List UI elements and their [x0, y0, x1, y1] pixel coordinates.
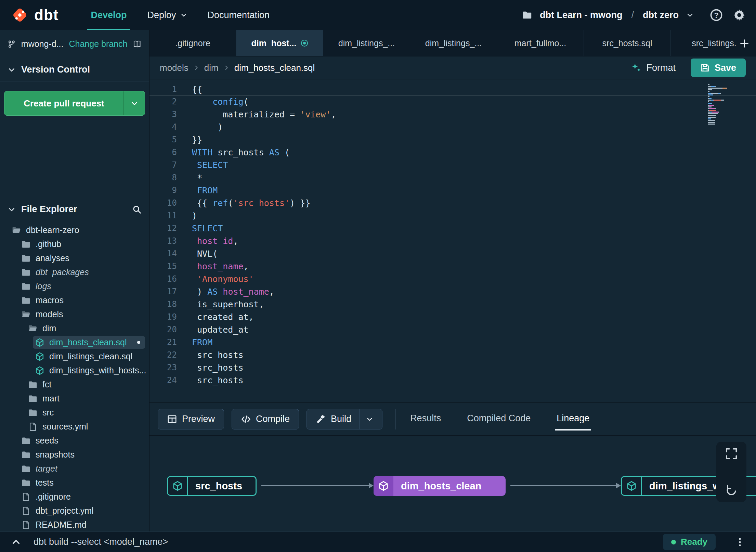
code-line-9[interactable]: 9 FROM — [149, 184, 756, 197]
kebab-menu-icon[interactable] — [735, 537, 745, 547]
tree-item-dbt-packages[interactable]: dbt_packages — [3, 265, 146, 279]
project-caret-icon[interactable] — [686, 11, 694, 19]
project-name[interactable]: dbt zero — [643, 10, 679, 21]
pr-options-caret[interactable] — [123, 91, 145, 115]
build-options-caret[interactable] — [360, 409, 373, 429]
code-line-24[interactable]: 24 src_hosts — [149, 374, 756, 387]
code-line-23[interactable]: 23 src_hosts — [149, 361, 756, 374]
account-name[interactable]: dbt Learn - mwong — [540, 10, 622, 21]
code-line-21[interactable]: 21FROM — [149, 336, 756, 349]
minimap[interactable] — [708, 84, 731, 125]
new-tab-button[interactable] — [736, 30, 753, 56]
editor-tab-mart-fullmo[interactable]: mart_fullmo... — [497, 30, 584, 56]
tree-item-src[interactable]: src — [3, 406, 146, 420]
editor-tab-dim-host[interactable]: dim_host... — [236, 30, 323, 56]
code-line-14[interactable]: 14 NVL( — [149, 247, 756, 260]
code-line-5[interactable]: 5}} — [149, 133, 756, 146]
help-icon[interactable]: ? — [709, 8, 723, 22]
tree-item-macros[interactable]: macros — [3, 293, 146, 307]
code-line-15[interactable]: 15 host_name, — [149, 260, 756, 273]
tree-item-dim[interactable]: dim — [3, 321, 146, 335]
editor-tab-dim-listings[interactable]: dim_listings_... — [323, 30, 410, 56]
main-nav: DevelopDeployDocumentation — [80, 0, 280, 30]
fullscreen-icon[interactable] — [725, 447, 738, 460]
code-line-13[interactable]: 13 host_id, — [149, 235, 756, 247]
tree-item-snapshots[interactable]: snapshots — [3, 448, 146, 462]
save-button[interactable]: Save — [691, 59, 746, 77]
docs-book-icon[interactable] — [133, 39, 142, 49]
tree-item-models[interactable]: models — [3, 307, 146, 321]
tree-item-readme-md[interactable]: README.md — [3, 518, 146, 531]
nav-item-deploy[interactable]: Deploy — [137, 0, 197, 30]
tree-item-mart[interactable]: mart — [3, 391, 146, 406]
code-line-1[interactable]: 1{{ — [149, 83, 756, 95]
compile-button[interactable]: Compile — [232, 409, 299, 429]
tree-item-gitignore[interactable]: .gitignore — [3, 490, 146, 504]
lineage-canvas[interactable]: src_hostsdim_hosts_cleandim_listings_w_h — [149, 435, 756, 531]
folder-icon — [21, 450, 31, 460]
code-editor[interactable]: 1{{2 config(3 materialized = 'view',4 )5… — [149, 79, 756, 402]
code-line-17[interactable]: 17 ) AS host_name, — [149, 285, 756, 298]
panel-tab-results[interactable]: Results — [409, 408, 442, 431]
code-line-22[interactable]: 22 src_hosts — [149, 349, 756, 361]
action-label: Preview — [182, 414, 215, 424]
panel-tab-compiled-code[interactable]: Compiled Code — [466, 408, 532, 431]
gear-icon[interactable] — [733, 9, 746, 22]
tree-item-sources-yml[interactable]: sources.yml — [3, 420, 146, 434]
code-line-12[interactable]: 12SELECT — [149, 222, 756, 235]
version-control-header[interactable]: Version Control — [0, 58, 149, 81]
folder-icon — [28, 408, 38, 418]
tree-item-github[interactable]: .github — [3, 237, 146, 251]
format-button[interactable]: Format — [631, 63, 676, 73]
tree-item-label: dim_hosts_clean.sql — [49, 337, 127, 347]
dbt-logo-icon — [10, 5, 29, 25]
tree-item-dbt-learn-zero[interactable]: dbt-learn-zero — [3, 223, 146, 237]
tree-item-dbt-project-yml[interactable]: dbt_project.yml — [3, 504, 146, 518]
file-explorer-header[interactable]: File Explorer — [0, 198, 149, 220]
lineage-node-src-hosts[interactable]: src_hosts — [167, 476, 257, 496]
code-line-2[interactable]: 2 config( — [149, 95, 756, 108]
code-line-6[interactable]: 6WITH src_hosts AS ( — [149, 146, 756, 159]
command-input[interactable]: dbt build --select <model_name> — [34, 537, 168, 547]
create-pull-request-button[interactable]: Create pull request — [4, 91, 145, 116]
editor-tab-dim-listings[interactable]: dim_listings_... — [410, 30, 497, 56]
code-line-10[interactable]: 10 {{ ref('src_hosts') }} — [149, 197, 756, 209]
code-line-20[interactable]: 20 updated_at — [149, 323, 756, 336]
tree-item-dim-hosts-clean-sql[interactable]: dim_hosts_clean.sql — [3, 335, 146, 349]
tree-item-logs[interactable]: logs — [3, 279, 146, 293]
breadcrumb-models[interactable]: models — [160, 63, 188, 73]
tree-item-analyses[interactable]: analyses — [3, 251, 146, 265]
tree-item-target[interactable]: target — [3, 462, 146, 476]
change-branch-link[interactable]: Change branch — [69, 39, 128, 49]
tree-item-dim-listings-with-hosts[interactable]: dim_listings_with_hosts... — [3, 363, 146, 377]
editor-tab-gitignore[interactable]: .gitignore — [149, 30, 236, 56]
reset-view-icon[interactable] — [725, 484, 738, 497]
tree-item-dim-listings-clean-sql[interactable]: dim_listings_clean.sql — [3, 349, 146, 363]
code-line-19[interactable]: 19 created_at, — [149, 311, 756, 323]
chevron-up-icon[interactable] — [11, 537, 21, 547]
format-label: Format — [646, 63, 676, 73]
preview-button[interactable]: Preview — [158, 409, 224, 429]
code-line-16[interactable]: 16 'Anonymous' — [149, 273, 756, 285]
breadcrumb-dim[interactable]: dim — [204, 63, 219, 73]
search-icon[interactable] — [132, 205, 142, 214]
code-line-11[interactable]: 11) — [149, 209, 756, 222]
tree-item-seeds[interactable]: seeds — [3, 434, 146, 448]
code-line-7[interactable]: 7 SELECT — [149, 159, 756, 171]
chevron-down-icon — [8, 66, 16, 74]
nav-item-develop[interactable]: Develop — [80, 0, 137, 30]
code-text: is_superhost, — [177, 298, 264, 311]
tree-item-fct[interactable]: fct — [3, 377, 146, 391]
build-button[interactable]: Build — [307, 409, 382, 429]
dbt-logo[interactable]: dbt — [10, 5, 58, 25]
code-line-4[interactable]: 4 ) — [149, 121, 756, 133]
lineage-node-dim-hosts-clean[interactable]: dim_hosts_clean — [374, 476, 506, 496]
nav-item-documentation[interactable]: Documentation — [197, 0, 280, 30]
code-line-18[interactable]: 18 is_superhost, — [149, 298, 756, 311]
tree-item-tests[interactable]: tests — [3, 476, 146, 490]
panel-tab-lineage[interactable]: Lineage — [555, 408, 591, 431]
hammer-icon — [316, 414, 326, 424]
editor-tab-src-hosts-sql[interactable]: src_hosts.sql — [584, 30, 671, 56]
code-line-8[interactable]: 8 * — [149, 171, 756, 184]
code-line-3[interactable]: 3 materialized = 'view', — [149, 108, 756, 121]
